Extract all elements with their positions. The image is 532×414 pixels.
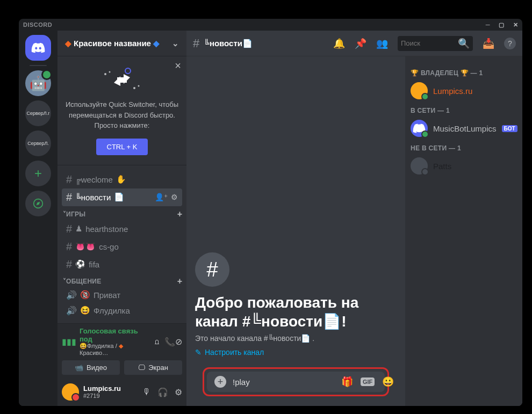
composer-highlight: + 🎁 GIF 😀 <box>195 367 397 406</box>
channel-csgo[interactable]: #👅👅cs-go <box>62 238 182 256</box>
message-input[interactable] <box>233 377 335 387</box>
server-name: Красивое название <box>74 39 151 48</box>
discover-button[interactable] <box>25 191 51 216</box>
minimize-button[interactable]: ─ <box>486 21 490 28</box>
voice-flood[interactable]: 🔊😆Флудилка <box>62 303 182 318</box>
channel-list: # ╔weclome✋ # ╚новости📄 👤⁺ ⚙ ˅ ИГРЫ + <box>57 165 186 324</box>
svg-point-3 <box>133 87 135 89</box>
category-games[interactable]: ˅ ИГРЫ + <box>57 206 186 220</box>
quick-switcher-button[interactable]: CTRL + K <box>96 139 148 155</box>
channel-label: fifa <box>89 260 99 269</box>
search-box[interactable]: 🔍 <box>398 36 473 51</box>
hash-icon: # <box>66 241 72 253</box>
member-owner[interactable]: Lumpics.ru <box>409 80 518 101</box>
user-name: Lumpics.ru <box>83 385 121 393</box>
avatar <box>411 120 428 137</box>
channel-label: Приват <box>94 290 120 300</box>
deafen-icon[interactable]: 🎧 <box>157 387 168 397</box>
app-window: DISCORD ─ ▢ ✕ 🤖 СерверЛ.г СерверЛ. + ◆ <box>19 19 522 406</box>
inbox-icon[interactable]: 📥 <box>483 38 494 49</box>
server-header[interactable]: ◆ Красивое название ◆ ⌄ <box>57 31 186 56</box>
member-bot[interactable]: MusicBotLumpics БОТ <box>409 118 518 139</box>
hash-icon: # <box>193 37 199 50</box>
hash-icon: # <box>66 191 72 204</box>
svg-point-5 <box>125 68 131 74</box>
svg-point-2 <box>109 71 111 73</box>
avatar <box>411 157 428 175</box>
chat-header: # ╚новости📄 🔔 📌 👥 🔍 📥 ? <box>186 31 522 56</box>
close-icon[interactable]: × <box>175 60 181 72</box>
add-server-button[interactable]: + <box>25 161 51 186</box>
hash-icon: # <box>66 173 72 186</box>
channel-welcome[interactable]: # ╔weclome✋ <box>62 171 182 188</box>
member-name: MusicBotLumpics <box>433 124 497 133</box>
quick-switcher-graphic <box>64 65 180 95</box>
server-2[interactable]: СерверЛ. <box>25 130 51 156</box>
category-label: ИГРЫ <box>66 210 177 218</box>
channel-label: ╚новости <box>75 193 111 202</box>
members-icon[interactable]: 👥 <box>376 38 388 49</box>
welcome-block: # Добро пожаловать на канал #╚новости📄! … <box>195 252 397 367</box>
camera-icon: 📹 <box>75 364 83 372</box>
avatar[interactable] <box>62 383 79 401</box>
maximize-button[interactable]: ▢ <box>499 21 505 28</box>
role-header-offline: НЕ В СЕТИ — 1 <box>411 144 517 152</box>
member-offline[interactable]: Patts <box>409 155 518 177</box>
add-channel-icon[interactable]: + <box>177 277 182 286</box>
server-1[interactable]: СерверЛ.г <box>25 100 51 126</box>
mute-icon[interactable]: 🎙 <box>142 387 151 397</box>
window-controls: ─ ▢ ✕ <box>486 21 518 28</box>
titlebar: DISCORD ─ ▢ ✕ <box>19 19 522 31</box>
setup-channel-link[interactable]: ✎ Настроить канал <box>195 348 397 357</box>
category-chat[interactable]: ˅ ОБЩЕНИЕ + <box>57 273 186 287</box>
hash-icon: # <box>195 252 229 287</box>
user-tag: #2719 <box>83 393 121 399</box>
search-input[interactable] <box>401 39 455 47</box>
pencil-icon: ✎ <box>195 348 202 357</box>
channel-sidebar: ◆ Красивое название ◆ ⌄ × Используйте Qu <box>57 31 186 406</box>
emoji-icon[interactable]: 😀 <box>382 376 394 388</box>
quick-switcher-card: × Используйте Quick Switcher, чтобы пере… <box>57 56 186 165</box>
welcome-subtitle: Это начало канала #╚новости📄 . <box>195 334 397 343</box>
voice-sub: 😆Флудилка / ◆ Красиво… <box>80 343 152 356</box>
gift-icon[interactable]: 🎁 <box>341 376 353 388</box>
noise-suppression-icon[interactable]: ⩍ <box>155 337 159 347</box>
server-bot[interactable]: 🤖 <box>25 70 51 96</box>
pinned-icon[interactable]: 📌 <box>355 38 366 49</box>
message-composer[interactable]: + 🎁 GIF 😀 <box>207 372 385 392</box>
gear-icon[interactable]: ⚙ <box>171 193 178 201</box>
chat-main: # ╚новости📄 🔔 📌 👥 🔍 📥 ? <box>186 31 522 406</box>
gif-icon[interactable]: GIF <box>361 377 375 386</box>
svg-point-4 <box>138 85 140 87</box>
channel-label: cs-go <box>99 242 119 251</box>
channel-fifa[interactable]: #⚽fifa <box>62 256 182 273</box>
voice-panel: ▮▮▮ Голосовая связь под 😆Флудилка / ◆ Кр… <box>57 323 186 378</box>
channel-hearthstone[interactable]: #♟hearthstone <box>62 220 182 238</box>
avatar <box>411 82 428 99</box>
member-name: Patts <box>433 162 451 171</box>
close-button[interactable]: ✕ <box>513 21 519 28</box>
guild-rail: 🤖 СерверЛ.г СерверЛ. + <box>19 31 57 406</box>
members-list: 🏆 ВЛАДЕЛЕЦ 🏆 — 1 Lumpics.ru В СЕТИ — 1 M… <box>405 56 522 406</box>
chat-body: # Добро пожаловать на канал #╚новости📄! … <box>186 56 522 406</box>
notifications-icon[interactable]: 🔔 <box>333 38 345 49</box>
video-button[interactable]: 📹Видео <box>62 360 120 375</box>
home-button[interactable] <box>25 35 51 61</box>
quick-switcher-text: Используйте Quick Switcher, чтобы переме… <box>64 99 180 131</box>
role-header-online: В СЕТИ — 1 <box>411 107 517 114</box>
disconnect-icon[interactable]: 📞⊘ <box>164 337 182 347</box>
user-panel: Lumpics.ru #2719 🎙 🎧 ⚙ <box>57 378 186 406</box>
voice-private[interactable]: 🔊🔞Приват <box>62 287 182 303</box>
settings-icon[interactable]: ⚙ <box>175 387 182 397</box>
screen-share-button[interactable]: 🖵Экран <box>124 360 182 375</box>
app-body: 🤖 СерверЛ.г СерверЛ. + ◆ Красивое назван… <box>19 31 522 406</box>
add-channel-icon[interactable]: + <box>177 209 182 219</box>
channel-label: hearthstone <box>85 224 128 234</box>
channel-news[interactable]: # ╚новости📄 👤⁺ ⚙ <box>62 188 182 206</box>
search-icon: 🔍 <box>458 38 470 49</box>
screen-icon: 🖵 <box>138 364 145 372</box>
attach-icon[interactable]: + <box>214 376 226 388</box>
help-icon[interactable]: ? <box>504 38 516 49</box>
invite-icon[interactable]: 👤⁺ <box>155 193 168 201</box>
speaker-icon: 🔊 <box>66 306 77 316</box>
